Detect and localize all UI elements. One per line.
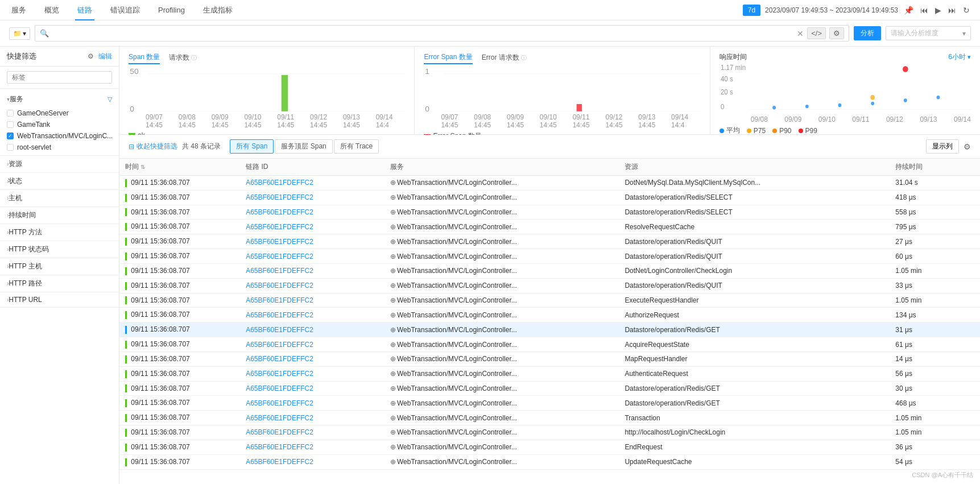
checkbox-root-servlet[interactable] <box>7 144 14 151</box>
sidebar-item-gameoneserver[interactable]: GameOneServer <box>7 107 112 119</box>
legend-p75-label: P75 <box>754 127 766 135</box>
table-row[interactable]: 09/11 15:36:08.707 A65BF60E1FDEFFC2 ⊕Web… <box>119 425 980 440</box>
search-input[interactable]: service:WebTransaction/MVC/LoginControll… <box>52 29 793 38</box>
cell-time: 09/11 15:36:08.707 <box>119 249 240 264</box>
table-row[interactable]: 09/11 15:36:08.707 A65BF60E1FDEFFC2 ⊕Web… <box>119 411 980 425</box>
sidebar-group-http-status-header[interactable]: › HTTP 状态码 <box>0 241 119 258</box>
legend-avg-label: 平均 <box>726 126 740 135</box>
chevron-down-icon: ▾ <box>23 30 26 38</box>
nav-item-overview[interactable]: 概览 <box>42 0 61 20</box>
col-duration[interactable]: 持续时间 <box>890 159 980 176</box>
fold-btn[interactable]: ⊟ 收起快捷筛选 <box>129 142 177 151</box>
time-range-7d-btn[interactable]: 7d <box>743 5 760 16</box>
table-row[interactable]: 09/11 15:36:08.707 A65BF60E1FDEFFC2 ⊕Web… <box>119 190 980 205</box>
table-row[interactable]: 09/11 15:36:08.707 A65BF60E1FDEFFC2 ⊕Web… <box>119 293 980 308</box>
col-resource[interactable]: 资源 <box>619 159 890 176</box>
table-row[interactable]: 09/11 15:36:08.707 A65BF60E1FDEFFC2 ⊕Web… <box>119 337 980 352</box>
tab-span-count[interactable]: Span 数量 <box>129 52 160 64</box>
chart3-x-labels: 09/0809/0909/1009/1109/1209/1309/14 <box>720 115 971 123</box>
analyze-dimension-input[interactable]: 请输入分析维度 ▾ <box>886 26 971 40</box>
table-row[interactable]: 09/11 15:36:08.707 A65BF60E1FDEFFC2 ⊕Web… <box>119 366 980 381</box>
sort-icon-time[interactable]: ⇅ <box>140 164 145 170</box>
chart-panel-span: Span 数量 请求数 ⓘ 50 0 <box>119 47 415 134</box>
search-type-dropdown[interactable]: 📁 ▾ <box>9 27 30 40</box>
sidebar-search-input[interactable] <box>7 71 112 84</box>
table-row[interactable]: 09/11 15:36:08.707 A65BF60E1FDEFFC2 ⊕Web… <box>119 351 980 366</box>
sidebar-group-http-path-header[interactable]: › HTTP 路径 <box>0 275 119 292</box>
checkbox-webtransaction[interactable] <box>7 133 14 139</box>
table-settings-btn[interactable]: ⚙ <box>964 142 971 151</box>
checkbox-gametank[interactable] <box>7 121 14 128</box>
table-row[interactable]: 09/11 15:36:08.707 A65BF60E1FDEFFC2 ⊕Web… <box>119 454 980 469</box>
table-row[interactable]: 09/11 15:36:08.707 A65BF60E1FDEFFC2 ⊕Web… <box>119 220 980 234</box>
sidebar-item-root-servlet[interactable]: root-servlet <box>7 142 112 153</box>
tab-error-span[interactable]: Error Span 数量 <box>424 52 472 64</box>
main-layout: 快捷筛选 ⚙ 编辑 ▾ 服务 ▽ GameOneServer <box>0 47 980 484</box>
sidebar-group-duration-label: 持续时间 <box>9 210 112 220</box>
sidebar-header: 快捷筛选 ⚙ 编辑 <box>0 47 119 67</box>
cell-trace-id: A65BF60E1FDEFFC2 <box>240 176 384 191</box>
nav-item-trace[interactable]: 链路 <box>75 0 94 20</box>
settings-icon[interactable]: ⚙ <box>88 52 94 60</box>
table-row[interactable]: 09/11 15:36:08.707 A65BF60E1FDEFFC2 ⊕Web… <box>119 396 980 411</box>
table-row[interactable]: 09/11 15:36:08.707 A65BF60E1FDEFFC2 ⊕Web… <box>119 381 980 396</box>
table-row[interactable]: 09/11 15:36:08.707 A65BF60E1FDEFFC2 ⊕Web… <box>119 440 980 454</box>
nav-item-service[interactable]: 服务 <box>9 0 28 20</box>
sidebar-item-webtransaction[interactable]: WebTransaction/MVC/LoginC... <box>7 130 112 142</box>
col-trace-id[interactable]: 链路 ID <box>240 159 384 176</box>
filter-btn[interactable]: ⚙ <box>829 27 844 39</box>
tab-all-trace[interactable]: 所有 Trace <box>334 139 379 154</box>
sidebar-group-http-method-label: HTTP 方法 <box>9 227 112 237</box>
edit-btn[interactable]: 编辑 <box>98 52 112 61</box>
chart-panel-response: 响应时间 6小时 ▾ 1.17 min 40 s 20 s 0 <box>710 47 980 134</box>
nav-item-metrics[interactable]: 生成指标 <box>201 0 235 20</box>
tab-request-count[interactable]: 请求数 ⓘ <box>169 52 197 64</box>
analyze-btn[interactable]: 分析 <box>854 26 881 40</box>
sidebar-group-service-header[interactable]: ▾ 服务 ▽ <box>0 91 119 107</box>
pin-btn[interactable]: 📌 <box>903 5 915 16</box>
table-row[interactable]: 09/11 15:36:08.707 A65BF60E1FDEFFC2 ⊕Web… <box>119 249 980 264</box>
cell-service: ⊕WebTransaction/MVC/LoginController... <box>384 220 619 234</box>
svg-text:1.17 min: 1.17 min <box>721 64 746 72</box>
chart3-title-text: 响应时间 <box>720 52 747 62</box>
refresh-btn[interactable]: ↻ <box>962 5 971 16</box>
cell-service: ⊕WebTransaction/MVC/LoginController... <box>384 205 619 220</box>
clear-btn[interactable]: ✕ <box>797 29 804 38</box>
fold-label: 收起快捷筛选 <box>137 142 177 151</box>
table-row[interactable]: 09/11 15:36:08.707 A65BF60E1FDEFFC2 ⊕Web… <box>119 278 980 293</box>
sidebar-group-status-header[interactable]: › 状态 <box>0 173 119 189</box>
table-wrap: 时间 ⇅ 链路 ID 服务 资源 <box>119 159 980 484</box>
table-row[interactable]: 09/11 15:36:08.707 A65BF60E1FDEFFC2 ⊕Web… <box>119 308 980 322</box>
table-row[interactable]: 09/11 15:36:08.707 A65BF60E1FDEFFC2 ⊕Web… <box>119 176 980 191</box>
nav-item-profiling[interactable]: Profiling <box>156 0 187 20</box>
nav-item-error[interactable]: 错误追踪 <box>108 0 142 20</box>
table-row[interactable]: 09/11 15:36:08.707 A65BF60E1FDEFFC2 ⊕Web… <box>119 234 980 249</box>
sidebar-group-http-host-header[interactable]: › HTTP 主机 <box>0 258 119 275</box>
code-view-btn[interactable]: </> <box>807 27 826 39</box>
prev-btn[interactable]: ⏮ <box>919 5 929 16</box>
table-row[interactable]: 09/11 15:36:08.707 A65BF60E1FDEFFC2 ⊕Web… <box>119 322 980 337</box>
checkbox-gameoneserver[interactable] <box>7 110 14 117</box>
table-row[interactable]: 09/11 15:36:08.707 A65BF60E1FDEFFC2 ⊕Web… <box>119 263 980 278</box>
cell-time: 09/11 15:36:08.707 <box>119 411 240 425</box>
sidebar-group-duration-header[interactable]: › 持续时间 <box>0 207 119 224</box>
col-time[interactable]: 时间 ⇅ <box>119 159 240 176</box>
tab-error-request[interactable]: Error 请求数 ⓘ <box>482 52 527 64</box>
display-columns-btn[interactable]: 显示列 <box>926 139 959 154</box>
sidebar-item-gametank[interactable]: GameTank <box>7 119 112 130</box>
play-btn[interactable]: ▶ <box>934 5 942 16</box>
sidebar-group-http-method-header[interactable]: › HTTP 方法 <box>0 224 119 241</box>
time-range-display: 2023/09/07 19:49:53 ~ 2023/09/14 19:49:5… <box>765 6 898 14</box>
tab-service-top-span[interactable]: 服务顶层 Span <box>275 139 332 154</box>
sidebar-group-host-header[interactable]: › 主机 <box>0 190 119 206</box>
sidebar-group-http-url-header[interactable]: › HTTP URL <box>0 292 119 307</box>
chart3-time-select[interactable]: 6小时 ▾ <box>948 52 971 62</box>
svg-point-16 <box>805 105 809 108</box>
col-service[interactable]: 服务 <box>384 159 619 176</box>
sidebar-group-resource-header[interactable]: › 资源 <box>0 156 119 172</box>
tab-all-span[interactable]: 所有 Span <box>230 139 274 154</box>
next-btn[interactable]: ⏭ <box>947 5 957 16</box>
table-row[interactable]: 09/11 15:36:08.707 A65BF60E1FDEFFC2 ⊕Web… <box>119 205 980 220</box>
cell-duration: 134 μs <box>890 308 980 322</box>
sidebar-group-host: › 主机 <box>0 190 119 207</box>
